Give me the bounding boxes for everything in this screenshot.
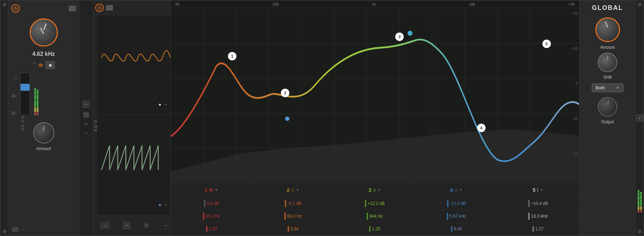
eq-graph[interactable]: +20 +10 0 -10 -20 (171, 8, 579, 183)
de-esser-amount-label: Amount (36, 146, 51, 151)
band-cell-2: 2 ◇ ▼ (252, 183, 334, 197)
threshold-fader[interactable] (20, 73, 30, 115)
mini-icon-1[interactable] (83, 112, 89, 118)
freq-cell-3: 944 Hz (334, 210, 416, 222)
band-5-type[interactable]: ⟨ (537, 187, 538, 193)
band-3-num[interactable]: 3 (368, 187, 371, 193)
band-2-dropdown[interactable]: ▼ (296, 188, 300, 192)
filter-low-icon[interactable]: ⌒ (32, 62, 36, 68)
db-value-4[interactable]: -12.2 dB (450, 201, 466, 206)
freq-value-4[interactable]: 5.97 kHz (450, 214, 466, 219)
filter-type-icon[interactable]: 4r (38, 62, 43, 68)
db-values-row: 0.0 dB -5.1 dB +12.2 dB -12.2 dB +10.4 d… (171, 197, 579, 210)
band-4-num[interactable]: 4 (450, 187, 453, 193)
db-cell-1: 0.0 dB (171, 197, 252, 210)
mini-icon-2[interactable]: ⊙ (85, 122, 88, 126)
band-5-num[interactable]: 5 (532, 187, 535, 193)
eq-panel-header: ⏻ (93, 1, 170, 15)
q-value-3[interactable]: 1.25 (372, 226, 380, 231)
q-value-1[interactable]: 1.30 (209, 226, 217, 231)
eq-thumb-bottom-controls: ● → (97, 200, 170, 209)
freq-value-1[interactable]: 36.1 Hz (206, 214, 220, 219)
db-meter-2 (285, 200, 286, 207)
band-2-num[interactable]: 2 (287, 187, 290, 193)
freq-meter-1 (203, 213, 204, 220)
freq-meter-3 (367, 213, 368, 220)
right-strip-dot-bottom (638, 230, 642, 233)
eq-thumb-bottom[interactable]: ● → (97, 115, 170, 215)
eq-arrow-icon[interactable]: → (163, 223, 168, 228)
freq-value-3[interactable]: 944 Hz (369, 214, 383, 219)
freq-cell-2: 69.3 Hz (252, 210, 334, 222)
eq-folder-icon[interactable] (106, 5, 113, 11)
threshold-label-mid: 10– (11, 94, 17, 98)
band-1-dropdown[interactable]: ▼ (215, 188, 218, 192)
fader-handle[interactable] (20, 84, 30, 91)
de-esser-filter-controls: ⌒ 4r ◼ (32, 61, 55, 69)
q-values-row: 1.30 2.84 1.25 6.45 1.27 (171, 223, 579, 235)
q-value-2[interactable]: 2.84 (290, 226, 299, 231)
control-point-2-dot[interactable] (285, 117, 289, 121)
de-esser-arrow-icon[interactable]: → (20, 227, 25, 232)
eq-circle-icon[interactable]: ⊙ (143, 222, 150, 229)
band-4-dropdown[interactable]: ▼ (459, 188, 463, 192)
band-4-type[interactable]: ◇ (454, 187, 458, 193)
q-meter-2 (288, 226, 289, 232)
db-value-1[interactable]: 0.0 dB (207, 201, 219, 206)
control-point-2[interactable]: 2 (281, 89, 289, 97)
q-cell-1: 1.30 (171, 223, 252, 235)
db-value-5[interactable]: +10.4 dB (531, 201, 548, 206)
band-2-type[interactable]: ◇ (291, 187, 295, 193)
add-left-button[interactable]: + (83, 101, 90, 108)
left-strip (1, 1, 8, 235)
control-point-1[interactable]: 1 (228, 52, 236, 60)
q-value-5[interactable]: 1.27 (535, 226, 543, 231)
global-output-knob[interactable] (598, 97, 617, 117)
eq-thumb-top[interactable]: ● → (97, 15, 170, 115)
global-amount-knob[interactable] (595, 17, 620, 42)
q-cell-3: 1.25 (334, 223, 416, 235)
global-shift-knob[interactable] (598, 53, 617, 72)
left-add-strip: + ⊙ → (79, 1, 93, 235)
global-shift-label: Shift (603, 75, 612, 80)
band-5-dropdown[interactable]: ▼ (540, 188, 543, 192)
band-3-type[interactable]: ◇ (373, 187, 376, 193)
band-1-num[interactable]: 1 (205, 187, 207, 193)
left-arrow-icon[interactable]: → (84, 130, 89, 136)
eq-power-button[interactable]: ⏻ (95, 4, 104, 12)
q-cell-4: 6.45 (416, 223, 497, 235)
de-esser-folder-icon[interactable] (69, 6, 76, 11)
eq-add-button[interactable]: + (123, 222, 130, 229)
de-esser-io-icon[interactable] (12, 227, 18, 232)
freq-value-5[interactable]: 13.3 kHz (531, 214, 548, 219)
main-container: DE-ESSER ⏻ 4.62 kHz ⌒ 4r ◼ — 10– 20– (0, 0, 644, 236)
both-label: Both (596, 85, 605, 90)
thumb-bottom-dot: ● (158, 202, 161, 207)
monitor-button[interactable]: ◼ (45, 61, 55, 69)
freq-value-2[interactable]: 69.3 Hz (287, 214, 302, 219)
de-esser-panel: DE-ESSER ⏻ 4.62 kHz ⌒ 4r ◼ — 10– 20– (8, 1, 79, 235)
db-value-2[interactable]: -5.1 dB (288, 201, 301, 206)
band-cell-5: 5 ⟨ ▼ (498, 183, 579, 197)
q-value-4[interactable]: 6.45 (454, 226, 462, 231)
de-esser-freq-display: 4.62 kHz (32, 51, 55, 57)
de-esser-amount-knob[interactable] (33, 122, 54, 143)
threshold-labels: — 10– 20– (11, 76, 18, 115)
control-point-5[interactable]: 5 (542, 40, 551, 48)
global-output-label: Output (601, 119, 614, 124)
control-point-4[interactable]: 4 (477, 124, 486, 132)
db-value-3[interactable]: +12.2 dB (368, 201, 385, 206)
global-both-dropdown[interactable]: Both ▼ (592, 83, 624, 92)
global-meters (638, 24, 642, 212)
de-esser-freq-knob[interactable] (30, 18, 58, 47)
de-esser-power-button[interactable]: ⏻ (11, 4, 20, 13)
db-cell-5: +10.4 dB (498, 197, 579, 210)
eq-panel: ⏻ EQ-5 ● → (93, 1, 171, 235)
threshold-label-bot: 20– (11, 111, 17, 115)
band-3-dropdown[interactable]: ▼ (378, 188, 381, 192)
band-cell-1: 1 4r ▼ (171, 183, 252, 197)
band-1-type[interactable]: 4r (209, 187, 213, 193)
eq-main-display: 20 100 1k 10k +20 +20 (171, 1, 579, 235)
eq-screen-icon[interactable]: ▭ (100, 222, 110, 229)
freq-cell-5: 13.3 kHz (498, 210, 579, 222)
